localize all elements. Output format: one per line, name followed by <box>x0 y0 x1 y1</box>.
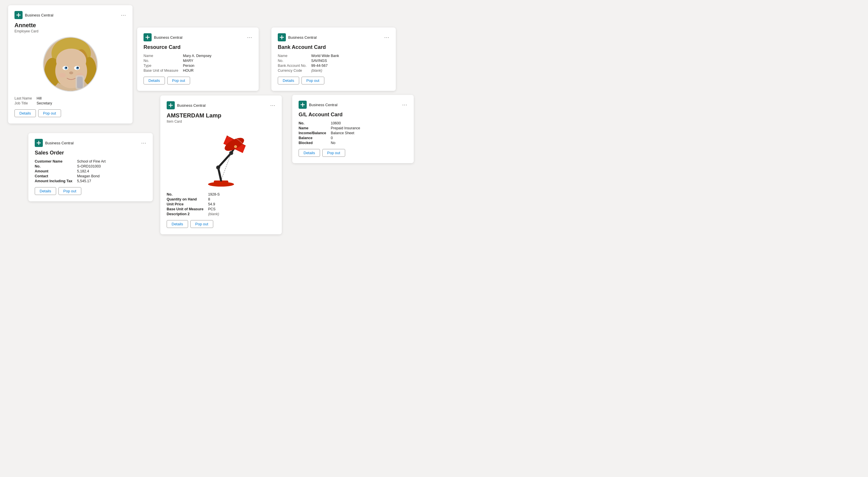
sales-popout-button[interactable]: Pop out <box>58 187 81 195</box>
bank-currency-label: Currency Code <box>278 69 306 73</box>
item-popout-button[interactable]: Pop out <box>190 220 213 228</box>
item-qty-label: Quantity on Hand <box>167 197 204 201</box>
svg-point-10 <box>56 49 86 73</box>
bank-no-label: No. <box>278 59 306 63</box>
svg-point-17 <box>69 71 73 74</box>
sales-fields: Customer Name School of Fine Art No. S-O… <box>35 159 146 183</box>
resource-popout-button[interactable]: Pop out <box>167 77 190 85</box>
resource-no-label: No. <box>144 59 178 63</box>
bank-currency-value: (blank) <box>311 69 390 73</box>
gl-card-title: G/L Account Card <box>299 112 407 118</box>
resource-uom-value: HOUR <box>183 69 252 73</box>
sales-contact-label: Contact <box>35 174 72 178</box>
gl-no-label: No. <box>299 121 326 125</box>
employee-jobtitle-label: Job Title <box>14 101 32 105</box>
sales-app-name: Business Central <box>45 141 73 145</box>
bank-menu-button[interactable]: ··· <box>384 35 390 40</box>
employee-card-header: Business Central ··· <box>14 11 126 19</box>
bc-icon-bank <box>278 33 286 41</box>
resource-uom-label: Base Unit of Measure <box>144 69 178 73</box>
gl-account-card: Business Central ··· G/L Account Card No… <box>292 95 414 163</box>
gl-card-header: Business Central ··· <box>299 101 407 109</box>
item-price-value: 54.9 <box>208 202 275 206</box>
sales-contact-value: Meagan Bond <box>77 174 146 178</box>
gl-menu-button[interactable]: ··· <box>402 102 407 107</box>
bank-account-card: Business Central ··· Bank Account Card N… <box>271 28 396 91</box>
item-card-subtitle: Item Card <box>167 120 275 124</box>
sales-details-button[interactable]: Details <box>35 187 56 195</box>
sales-card-title: Sales Order <box>35 150 146 156</box>
employee-avatar <box>43 37 98 92</box>
sales-no-label: No. <box>35 164 72 168</box>
item-qty-value: 8 <box>208 197 275 201</box>
svg-line-38 <box>218 153 231 167</box>
item-card: Business Central ··· AMSTERDAM Lamp Item… <box>160 95 282 234</box>
gl-app-name: Business Central <box>309 103 337 107</box>
employee-lastname-label: Last Name <box>14 96 32 100</box>
item-details-button[interactable]: Details <box>167 220 188 228</box>
resource-card: Business Central ··· Resource Card Name … <box>137 28 259 91</box>
gl-details-button[interactable]: Details <box>299 149 320 157</box>
employee-details-button[interactable]: Details <box>14 109 36 117</box>
sales-amounttax-value: 5,545.17 <box>77 179 146 183</box>
item-price-label: Unit Price <box>167 202 204 206</box>
bc-icon-gl <box>299 101 307 109</box>
bank-name-label: Name <box>278 54 306 58</box>
item-desc2-label: Description 2 <box>167 212 204 216</box>
employee-actions: Details Pop out <box>14 109 126 117</box>
item-app-name: Business Central <box>177 103 206 107</box>
sales-custname-label: Customer Name <box>35 159 72 163</box>
sales-card-header: Business Central ··· <box>35 139 146 147</box>
bank-account-no-value: 99-44-567 <box>311 64 390 68</box>
bank-popout-button[interactable]: Pop out <box>302 77 324 85</box>
resource-type-label: Type <box>144 64 178 68</box>
bank-account-no-label: Bank Account No. <box>278 64 306 68</box>
gl-blocked-value: No <box>331 141 407 145</box>
bank-details-button[interactable]: Details <box>278 77 299 85</box>
resource-menu-button[interactable]: ··· <box>247 35 252 40</box>
item-actions: Details Pop out <box>167 220 275 228</box>
employee-card-title: Annette <box>14 22 126 29</box>
resource-type-value: Person <box>183 64 252 68</box>
svg-rect-21 <box>77 77 83 88</box>
sales-menu-button[interactable]: ··· <box>141 140 146 146</box>
bc-icon-employee <box>14 11 23 19</box>
sales-no-value: S-ORD101003 <box>77 164 146 168</box>
svg-point-18 <box>59 73 66 77</box>
bc-icon-sales <box>35 139 43 147</box>
gl-blocked-label: Blocked <box>299 141 326 145</box>
bank-app-name: Business Central <box>288 35 316 40</box>
item-uom-value: PCS <box>208 207 275 211</box>
resource-card-title: Resource Card <box>144 44 252 50</box>
bank-header-left: Business Central <box>278 33 316 41</box>
gl-balance-label: Balance <box>299 136 326 140</box>
item-menu-button[interactable]: ··· <box>270 103 275 108</box>
resource-header-left: Business Central <box>144 33 182 41</box>
employee-lastname-value: Hill <box>36 96 126 100</box>
employee-menu-button[interactable]: ··· <box>121 12 126 18</box>
gl-header-left: Business Central <box>299 101 337 109</box>
sales-order-card: Business Central ··· Sales Order Custome… <box>28 133 153 201</box>
bank-card-title: Bank Account Card <box>278 44 390 50</box>
lamp-svg <box>189 127 253 188</box>
item-fields: No. 1928-S Quantity on Hand 8 Unit Price… <box>167 192 275 216</box>
resource-details-button[interactable]: Details <box>144 77 165 85</box>
resource-card-header: Business Central ··· <box>144 33 252 41</box>
gl-actions: Details Pop out <box>299 149 407 157</box>
employee-app-name: Business Central <box>25 13 53 18</box>
gl-balance-value: 0 <box>331 136 407 140</box>
gl-incomebalance-value: Balance Sheet <box>331 131 407 135</box>
sales-amount-label: Amount <box>35 169 72 173</box>
item-card-title: AMSTERDAM Lamp <box>167 112 275 119</box>
resource-actions: Details Pop out <box>144 77 252 85</box>
employee-popout-button[interactable]: Pop out <box>38 109 61 117</box>
item-no-label: No. <box>167 192 204 196</box>
item-desc2-value: (blank) <box>208 212 275 216</box>
sales-amounttax-label: Amount Including Tax <box>35 179 72 183</box>
gl-popout-button[interactable]: Pop out <box>322 149 345 157</box>
sales-actions: Details Pop out <box>35 187 146 195</box>
bc-icon-item <box>167 101 175 109</box>
resource-name-value: Mary A. Dempsey <box>183 54 252 58</box>
svg-point-42 <box>234 145 237 148</box>
svg-point-16 <box>77 67 79 69</box>
